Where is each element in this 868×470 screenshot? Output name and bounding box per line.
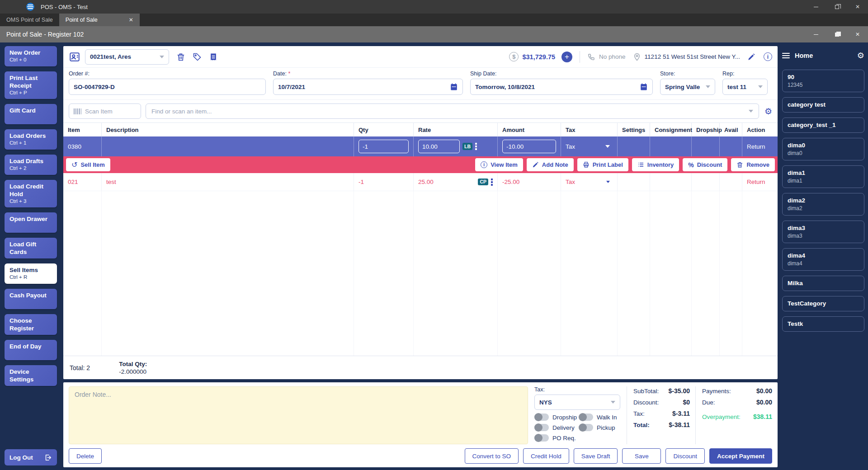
toggle-switch[interactable] (534, 434, 549, 442)
accept-payment-button[interactable]: Accept Payment (709, 448, 772, 464)
delete-button[interactable]: Delete (69, 448, 102, 464)
view-item-button[interactable]: i View Item (475, 158, 523, 171)
restore-button[interactable] (826, 0, 847, 14)
add-payment-icon[interactable]: + (561, 52, 572, 62)
category-category-test[interactable]: category test (782, 97, 864, 113)
date-input[interactable] (278, 84, 450, 90)
cell-action[interactable]: Return (742, 173, 778, 191)
item-settings-gear-icon[interactable]: ⚙ (764, 107, 772, 116)
store-select[interactable]: Spring Valle (660, 79, 715, 95)
discount-button[interactable]: Discount (665, 448, 705, 464)
discount-item-button[interactable]: % Discount (683, 158, 727, 171)
save-button[interactable]: Save (622, 448, 661, 464)
tab-oms-point-of-sale[interactable]: OMS Point of Sale (0, 14, 59, 26)
tab-point-of-sale[interactable]: Point of Sale ✕ (59, 14, 140, 26)
credit-hold-button[interactable]: Credit Hold (523, 448, 569, 464)
sell-item-button[interactable]: ↺ Sell Item (66, 158, 110, 171)
date-field[interactable] (273, 79, 463, 95)
divider (580, 51, 580, 63)
order-number-input[interactable] (74, 84, 261, 90)
minimize-button[interactable] (806, 0, 826, 14)
category-category-test-1[interactable]: category_test _1 (782, 118, 864, 133)
order-note-input[interactable] (69, 386, 528, 444)
close-button[interactable]: ✕ (847, 0, 868, 14)
tax-value: NYS (539, 399, 552, 406)
sidebar-item-print-last-receipt[interactable]: Print Last Receipt Ctrl + P (5, 71, 57, 99)
print-label-button[interactable]: Print Label (577, 158, 628, 171)
sidebar-item-load-orders[interactable]: Load Orders Ctrl + 1 (5, 129, 57, 150)
sidebar-item-device-settings[interactable]: Device Settings (5, 365, 57, 386)
receipt-icon[interactable] (209, 52, 218, 61)
find-item-input[interactable] (151, 108, 749, 115)
calendar-icon[interactable] (450, 83, 458, 91)
sidebar-item-load-gift-cards[interactable]: Load Gift Cards (5, 238, 57, 258)
save-draft-button[interactable]: Save Draft (574, 448, 618, 464)
menu-icon[interactable] (782, 52, 790, 60)
category-dima4[interactable]: dima4 dima4 (782, 248, 864, 271)
calendar-icon[interactable] (640, 83, 648, 91)
col-settings: Settings (618, 123, 650, 136)
convert-to-so-button[interactable]: Convert to SO (465, 448, 519, 464)
register-close-button[interactable]: ✕ (847, 26, 868, 42)
toggle-switch[interactable] (534, 424, 549, 431)
logout-button[interactable]: Log Out (5, 449, 57, 465)
category-dima3[interactable]: dima3 dima3 (782, 221, 864, 243)
tax-select[interactable]: Tax (566, 179, 613, 185)
sidebar-item-choose-register[interactable]: Choose Register (5, 314, 57, 335)
tag-icon[interactable] (193, 52, 202, 61)
info-icon[interactable]: i (764, 52, 772, 61)
toggle-walk-in[interactable]: Walk In (579, 414, 620, 421)
scan-item-input[interactable] (85, 108, 136, 115)
order-number-field[interactable] (69, 79, 266, 95)
toggle-switch[interactable] (579, 424, 593, 431)
sidebar-item-load-credit-hold[interactable]: Load Credit Hold Ctrl + 3 (5, 180, 57, 207)
category-testk[interactable]: Testk (782, 316, 864, 332)
add-note-button[interactable]: Add Note (527, 158, 574, 171)
sidebar-item-sell-items[interactable]: Sell Items Ctrl + R (5, 263, 57, 284)
row-action-bar: ↺ Sell Item i View Item Add Note Print L… (63, 156, 778, 173)
sidebar-item-load-drafts[interactable]: Load Drafts Ctrl + 2 (5, 155, 57, 175)
inventory-button[interactable]: Inventory (632, 158, 679, 171)
toggle-dropship[interactable]: Dropship (534, 414, 577, 421)
category-90[interactable]: 90 12345 (782, 70, 864, 92)
edit-address-icon[interactable] (747, 53, 755, 61)
toggle-pickup[interactable]: Pickup (579, 424, 620, 431)
tab-close-icon[interactable]: ✕ (129, 17, 133, 23)
toggle-delivery[interactable]: Delivery (534, 424, 577, 431)
tax-select[interactable]: Tax (566, 143, 613, 150)
kebab-menu-icon[interactable] (491, 179, 493, 186)
category-dima1[interactable]: dima1 dima1 (782, 165, 864, 188)
toggle-switch[interactable] (534, 414, 549, 421)
delete-customer-icon[interactable] (176, 52, 185, 61)
tax-select[interactable]: NYS (534, 395, 620, 410)
sidebar-item-cash-payout[interactable]: Cash Payout (5, 289, 57, 309)
register-restore-button[interactable] (826, 26, 847, 42)
category-milka[interactable]: Milka (782, 276, 864, 291)
contact-card-icon[interactable] (69, 51, 80, 63)
category-testcategory[interactable]: TestCategory (782, 296, 864, 311)
find-item-field[interactable] (146, 103, 759, 119)
rate-input[interactable] (418, 140, 460, 153)
toggle-switch[interactable] (579, 414, 593, 421)
kebab-menu-icon[interactable] (475, 143, 477, 150)
qty-input[interactable] (359, 140, 409, 153)
scan-item-field[interactable] (69, 103, 141, 119)
register-minimize-button[interactable] (806, 26, 826, 42)
table-row-selected[interactable]: 0380 LB Tax (63, 136, 778, 156)
sidebar-item-open-drawer[interactable]: Open Drawer (5, 212, 57, 233)
sidebar-item-gift-card[interactable]: Gift Card (5, 104, 57, 124)
sidebar-item-end-of-day[interactable]: End of Day (5, 340, 57, 360)
category-dima0[interactable]: dima0 dima0 (782, 138, 864, 160)
table-row[interactable]: 021 test -1 25.00 CP -25.00 Tax (63, 173, 778, 191)
sidebar-item-new-order[interactable]: New Order Ctrl + 0 (5, 46, 57, 66)
ship-date-input[interactable] (475, 84, 640, 90)
customer-select[interactable]: 0021test, Ares (85, 49, 169, 65)
remove-item-button[interactable]: Remove (731, 158, 775, 171)
amount-input[interactable] (502, 140, 556, 153)
cell-action[interactable]: Return (742, 136, 778, 156)
toggle-po-req[interactable]: PO Req. (534, 434, 577, 442)
settings-gear-icon[interactable]: ⚙ (857, 52, 864, 60)
rep-select[interactable]: test 11 (722, 79, 768, 95)
category-dima2[interactable]: dima2 dima2 (782, 193, 864, 216)
ship-date-field[interactable] (470, 79, 653, 95)
